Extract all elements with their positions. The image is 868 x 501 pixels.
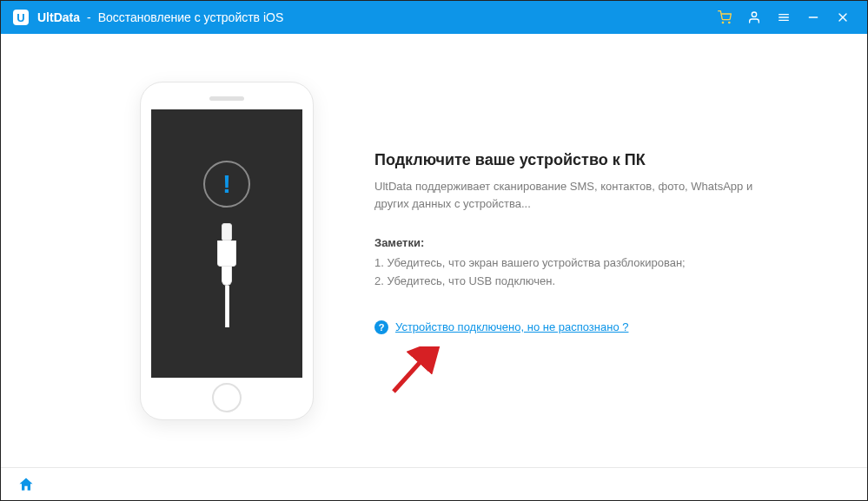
page-heading: Подключите ваше устройство к ПК xyxy=(374,151,774,169)
close-button[interactable] xyxy=(831,5,855,30)
info-panel: Подключите ваше устройство к ПК UltData … xyxy=(374,151,774,334)
annotation-arrow xyxy=(383,346,444,402)
account-icon[interactable] xyxy=(742,5,766,30)
phone-screen: ! xyxy=(151,109,302,378)
lightning-cable-icon xyxy=(208,223,246,327)
device-not-recognized-link[interactable]: Устройство подключено, но не распознано … xyxy=(395,320,628,333)
app-logo-icon: U xyxy=(13,10,29,25)
phone-frame: ! xyxy=(140,82,314,420)
window-subtitle: Восстановление с устройств iOS xyxy=(98,10,284,24)
svg-point-2 xyxy=(752,12,756,16)
menu-icon[interactable] xyxy=(772,5,796,30)
footer-bar xyxy=(1,467,867,501)
note-item-1: 1. Убедитесь, что экран вашего устройств… xyxy=(374,254,774,273)
svg-line-10 xyxy=(394,357,425,392)
notes-title: Заметки: xyxy=(374,236,774,249)
app-name: UltData xyxy=(37,10,80,24)
help-row: ? Устройство подключено, но не распознан… xyxy=(374,320,774,334)
phone-speaker xyxy=(209,96,244,101)
page-description: UltData поддерживает сканирование SMS, к… xyxy=(374,178,774,212)
svg-point-1 xyxy=(729,22,730,23)
device-illustration: ! xyxy=(140,82,314,420)
title-separator: - xyxy=(87,10,91,24)
titlebar: U UltData - Восстановление с устройств i… xyxy=(1,1,867,34)
alert-icon: ! xyxy=(203,161,250,208)
phone-home-button xyxy=(212,383,242,412)
svg-point-0 xyxy=(722,22,723,23)
cart-icon[interactable] xyxy=(712,5,737,30)
note-item-2: 2. Убедитесь, что USB подключен. xyxy=(374,273,774,291)
main-content: ! Подключите ваше устройство к ПК UltDat… xyxy=(1,34,867,467)
minimize-button[interactable] xyxy=(801,5,825,30)
home-button[interactable] xyxy=(17,475,36,494)
help-icon: ? xyxy=(374,320,388,334)
